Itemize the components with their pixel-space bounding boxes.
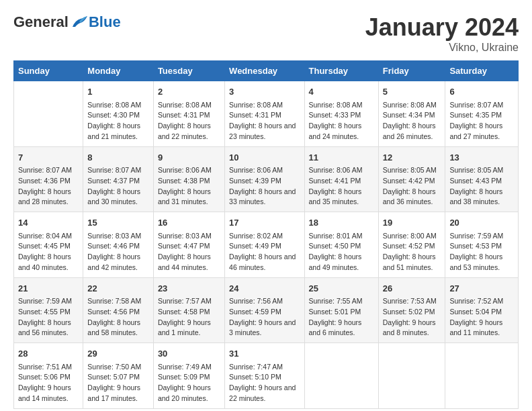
calendar-week-row: 7Sunrise: 8:07 AMSunset: 4:36 PMDaylight… [14, 146, 519, 212]
day-info: Sunrise: 8:06 AMSunset: 4:38 PMDaylight:… [158, 165, 220, 208]
day-info: Sunrise: 8:08 AMSunset: 4:34 PMDaylight:… [383, 100, 441, 142]
day-number: 12 [383, 151, 441, 165]
day-number: 14 [18, 216, 79, 230]
calendar-cell: 10Sunrise: 8:06 AMSunset: 4:39 PMDayligh… [225, 146, 304, 212]
calendar-cell [445, 343, 519, 409]
day-info: Sunrise: 8:01 AMSunset: 4:50 PMDaylight:… [309, 231, 374, 273]
calendar-cell: 18Sunrise: 8:01 AMSunset: 4:50 PMDayligh… [304, 212, 378, 278]
day-number: 15 [87, 216, 149, 230]
calendar-table: SundayMondayTuesdayWednesdayThursdayFrid… [13, 60, 519, 409]
calendar-cell: 23Sunrise: 7:57 AMSunset: 4:58 PMDayligh… [153, 277, 224, 343]
day-number: 31 [229, 347, 300, 361]
day-number: 9 [158, 151, 220, 165]
calendar-cell: 25Sunrise: 7:55 AMSunset: 5:01 PMDayligh… [304, 277, 378, 343]
day-info: Sunrise: 7:58 AMSunset: 4:56 PMDaylight:… [87, 296, 149, 338]
calendar-cell: 29Sunrise: 7:50 AMSunset: 5:07 PMDayligh… [83, 343, 154, 409]
logo-blue-text: Blue [89, 13, 121, 31]
calendar-cell [304, 343, 378, 409]
day-number: 28 [18, 347, 79, 361]
day-number: 27 [449, 282, 514, 295]
day-number: 26 [383, 282, 441, 295]
day-number: 17 [229, 216, 300, 230]
calendar-cell: 31Sunrise: 7:47 AMSunset: 5:10 PMDayligh… [225, 343, 304, 409]
page-header: General Blue January 2024 Vikno, Ukraine [13, 13, 519, 54]
day-number: 29 [87, 347, 149, 361]
calendar-cell: 14Sunrise: 8:04 AMSunset: 4:45 PMDayligh… [14, 212, 83, 278]
day-number: 18 [309, 216, 374, 230]
day-info: Sunrise: 7:47 AMSunset: 5:10 PMDaylight:… [229, 362, 300, 404]
day-info: Sunrise: 8:08 AMSunset: 4:31 PMDaylight:… [229, 100, 300, 142]
day-number: 23 [158, 282, 220, 295]
day-info: Sunrise: 8:08 AMSunset: 4:33 PMDaylight:… [309, 100, 374, 142]
calendar-cell: 11Sunrise: 8:06 AMSunset: 4:41 PMDayligh… [304, 146, 378, 212]
calendar-cell: 7Sunrise: 8:07 AMSunset: 4:36 PMDaylight… [14, 146, 83, 212]
day-number: 11 [309, 151, 374, 165]
day-header-monday: Monday [83, 61, 154, 81]
day-number: 24 [229, 282, 300, 295]
logo-general-text: General [13, 13, 69, 31]
day-info: Sunrise: 8:07 AMSunset: 4:37 PMDaylight:… [87, 165, 149, 208]
calendar-cell: 4Sunrise: 8:08 AMSunset: 4:33 PMDaylight… [304, 81, 378, 147]
calendar-cell [378, 343, 445, 409]
day-info: Sunrise: 7:51 AMSunset: 5:06 PMDaylight:… [18, 362, 79, 404]
calendar-cell: 9Sunrise: 8:06 AMSunset: 4:38 PMDaylight… [153, 146, 224, 212]
calendar-cell: 24Sunrise: 7:56 AMSunset: 4:59 PMDayligh… [225, 277, 304, 343]
calendar-cell: 2Sunrise: 8:08 AMSunset: 4:31 PMDaylight… [153, 81, 224, 147]
day-info: Sunrise: 8:00 AMSunset: 4:52 PMDaylight:… [383, 231, 441, 273]
day-info: Sunrise: 8:03 AMSunset: 4:46 PMDaylight:… [87, 231, 149, 273]
calendar-cell: 19Sunrise: 8:00 AMSunset: 4:52 PMDayligh… [378, 212, 445, 278]
calendar-cell: 28Sunrise: 7:51 AMSunset: 5:06 PMDayligh… [14, 343, 83, 409]
day-info: Sunrise: 8:07 AMSunset: 4:35 PMDaylight:… [449, 100, 514, 142]
calendar-cell: 26Sunrise: 7:53 AMSunset: 5:02 PMDayligh… [378, 277, 445, 343]
day-header-thursday: Thursday [304, 61, 378, 81]
day-header-saturday: Saturday [445, 61, 519, 81]
calendar-cell: 1Sunrise: 8:08 AMSunset: 4:30 PMDaylight… [83, 81, 154, 147]
page-title: January 2024 [365, 13, 519, 42]
day-header-tuesday: Tuesday [153, 61, 224, 81]
day-info: Sunrise: 8:06 AMSunset: 4:41 PMDaylight:… [309, 165, 374, 208]
day-number: 4 [309, 85, 374, 99]
day-number: 3 [229, 85, 300, 99]
day-number: 2 [158, 85, 220, 99]
day-number: 19 [383, 216, 441, 230]
calendar-cell: 3Sunrise: 8:08 AMSunset: 4:31 PMDaylight… [225, 81, 304, 147]
calendar-cell: 6Sunrise: 8:07 AMSunset: 4:35 PMDaylight… [445, 81, 519, 147]
calendar-cell: 30Sunrise: 7:49 AMSunset: 5:09 PMDayligh… [153, 343, 224, 409]
calendar-week-row: 14Sunrise: 8:04 AMSunset: 4:45 PMDayligh… [14, 212, 519, 278]
day-info: Sunrise: 7:55 AMSunset: 5:01 PMDaylight:… [309, 296, 374, 338]
calendar-cell: 27Sunrise: 7:52 AMSunset: 5:04 PMDayligh… [445, 277, 519, 343]
calendar-cell: 17Sunrise: 8:02 AMSunset: 4:49 PMDayligh… [225, 212, 304, 278]
calendar-cell [14, 81, 83, 147]
day-number: 1 [87, 85, 149, 99]
day-number: 30 [158, 347, 220, 361]
day-number: 20 [449, 216, 514, 230]
calendar-cell: 5Sunrise: 8:08 AMSunset: 4:34 PMDaylight… [378, 81, 445, 147]
calendar-cell: 13Sunrise: 8:05 AMSunset: 4:43 PMDayligh… [445, 146, 519, 212]
day-info: Sunrise: 8:04 AMSunset: 4:45 PMDaylight:… [18, 231, 79, 273]
day-info: Sunrise: 8:08 AMSunset: 4:30 PMDaylight:… [87, 100, 149, 142]
logo: General Blue [13, 13, 121, 31]
title-block: January 2024 Vikno, Ukraine [365, 13, 519, 54]
day-info: Sunrise: 7:59 AMSunset: 4:55 PMDaylight:… [18, 296, 79, 338]
day-info: Sunrise: 8:08 AMSunset: 4:31 PMDaylight:… [158, 100, 220, 142]
calendar-cell: 12Sunrise: 8:05 AMSunset: 4:42 PMDayligh… [378, 146, 445, 212]
page-subtitle: Vikno, Ukraine [365, 42, 519, 54]
day-number: 6 [449, 85, 514, 99]
day-info: Sunrise: 7:53 AMSunset: 5:02 PMDaylight:… [383, 296, 441, 338]
day-info: Sunrise: 8:05 AMSunset: 4:42 PMDaylight:… [383, 165, 441, 208]
day-number: 25 [309, 282, 374, 295]
day-info: Sunrise: 8:02 AMSunset: 4:49 PMDaylight:… [229, 231, 300, 273]
day-header-wednesday: Wednesday [225, 61, 304, 81]
day-info: Sunrise: 7:50 AMSunset: 5:07 PMDaylight:… [87, 362, 149, 404]
day-number: 22 [87, 282, 149, 295]
calendar-cell: 21Sunrise: 7:59 AMSunset: 4:55 PMDayligh… [14, 277, 83, 343]
calendar-cell: 16Sunrise: 8:03 AMSunset: 4:47 PMDayligh… [153, 212, 224, 278]
day-info: Sunrise: 7:59 AMSunset: 4:53 PMDaylight:… [449, 231, 514, 273]
day-number: 8 [87, 151, 149, 165]
day-info: Sunrise: 7:49 AMSunset: 5:09 PMDaylight:… [158, 362, 220, 404]
day-number: 10 [229, 151, 300, 165]
calendar-week-row: 1Sunrise: 8:08 AMSunset: 4:30 PMDaylight… [14, 81, 519, 147]
day-info: Sunrise: 8:06 AMSunset: 4:39 PMDaylight:… [229, 165, 300, 208]
calendar-week-row: 21Sunrise: 7:59 AMSunset: 4:55 PMDayligh… [14, 277, 519, 343]
day-info: Sunrise: 7:52 AMSunset: 5:04 PMDaylight:… [449, 296, 514, 338]
